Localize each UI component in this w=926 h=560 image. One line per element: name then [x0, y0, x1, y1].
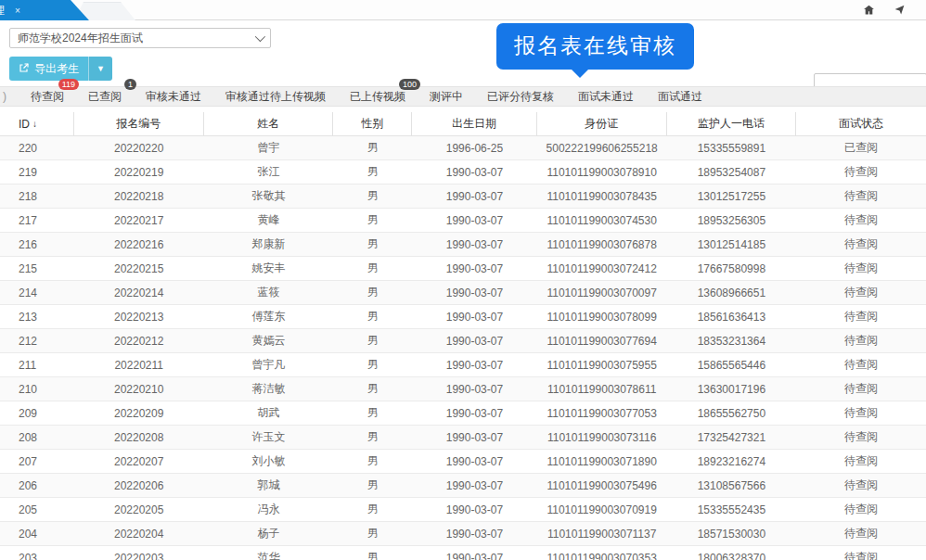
- cell-报名编号: 20220210: [74, 377, 204, 401]
- table-row[interactable]: 21420220214蓝筱男1990-03-071101011990030700…: [0, 281, 926, 305]
- exam-select-value: 师范学校2024年招生面试: [18, 31, 143, 46]
- cell-面试状态: 待查阅: [796, 546, 926, 560]
- cell-身份证: 110101199003070353: [537, 546, 667, 560]
- cell-ID: 216: [0, 233, 74, 256]
- cell-姓名: 蒋洁敏: [204, 377, 334, 401]
- cell-监护人一电话: 18353231364: [667, 329, 797, 352]
- cell-姓名: 胡武: [204, 401, 334, 425]
- table-row[interactable]: 21320220213傅莲东男1990-03-07110101199003078…: [0, 305, 926, 329]
- cell-监护人一电话: 13012517255: [667, 185, 797, 208]
- cell-ID: 215: [0, 257, 74, 280]
- table-row[interactable]: 22020220220曾宇男1996-06-255002221996062552…: [0, 136, 926, 160]
- status-tab-reviewed[interactable]: 已查阅1: [88, 89, 122, 105]
- app-window: 理 × 师范学校2024年招生面试: [0, 0, 926, 560]
- column-header-2[interactable]: 姓名: [204, 112, 334, 135]
- cell-姓名: 郭城: [204, 474, 334, 497]
- cell-报名编号: 20220207: [74, 450, 204, 473]
- status-tab-approved-await-video[interactable]: 审核通过待上传视频: [225, 89, 326, 105]
- cell-报名编号: 20220218: [74, 185, 204, 208]
- active-window-tab[interactable]: 理 ×: [0, 0, 89, 20]
- home-icon[interactable]: [863, 4, 875, 16]
- cell-ID: 206: [0, 474, 74, 497]
- cell-监护人一电话: 18006328370: [667, 546, 797, 560]
- export-candidates-button[interactable]: 导出考生 ▼: [9, 57, 112, 81]
- table-row[interactable]: 21620220216郑康新男1990-03-07110101199003076…: [0, 233, 926, 257]
- sort-desc-icon[interactable]: ↓: [32, 119, 37, 129]
- exam-select[interactable]: 师范学校2024年招生面试: [9, 28, 271, 48]
- status-tab-interview-failed[interactable]: 面试未通过: [578, 89, 634, 105]
- close-icon[interactable]: ×: [15, 6, 20, 16]
- table-row[interactable]: 21120220211曾宇凡男1990-03-07110101199003075…: [0, 353, 926, 377]
- cell-出生日期: 1990-03-07: [412, 257, 537, 280]
- table-row[interactable]: 21220220212黄嫣云男1990-03-07110101199003077…: [0, 329, 926, 353]
- status-tab-pending-review[interactable]: 待查阅119: [31, 89, 64, 105]
- caret-down-icon[interactable]: ▼: [88, 57, 112, 81]
- cell-性别: 男: [333, 305, 412, 328]
- cell-监护人一电话: 18561636413: [667, 305, 797, 328]
- cell-性别: 男: [333, 281, 412, 304]
- cell-报名编号: 20220220: [74, 136, 204, 159]
- table-row[interactable]: 21920220219张江男1990-03-071101011990030789…: [0, 160, 926, 185]
- column-header-1[interactable]: 报名编号: [74, 112, 204, 135]
- cell-面试状态: 待查阅: [796, 377, 926, 401]
- status-tab-video-uploaded[interactable]: 已上传视频100: [350, 89, 405, 105]
- cell-姓名: 蓝筱: [204, 281, 334, 304]
- cell-面试状态: 待查阅: [796, 474, 926, 497]
- column-header-4[interactable]: 出生日期: [412, 112, 537, 135]
- cell-监护人一电话: 15335559891: [667, 136, 797, 159]
- cell-身份证: 110101199003072412: [537, 257, 667, 280]
- cell-监护人一电话: 18953254087: [667, 160, 797, 184]
- cell-面试状态: 待查阅: [796, 329, 926, 352]
- cell-面试状态: 已查阅: [796, 136, 926, 159]
- cell-面试状态: 待查阅: [796, 522, 926, 545]
- status-tab-scored-await-recheck[interactable]: 已评分待复核: [487, 89, 554, 105]
- table-row[interactable]: 21820220218张敬其男1990-03-07110101199003078…: [0, 185, 926, 209]
- cell-报名编号: 20220216: [74, 233, 204, 256]
- cell-监护人一电话: 17667580998: [667, 257, 797, 280]
- cell-报名编号: 20220211: [74, 353, 204, 376]
- status-tab-interview-passed[interactable]: 面试通过: [658, 89, 702, 105]
- cell-姓名: 范华: [204, 546, 334, 560]
- cell-姓名: 姚安丰: [204, 257, 334, 280]
- send-icon[interactable]: [894, 4, 906, 16]
- column-header-3[interactable]: 性别: [333, 112, 412, 135]
- table-row[interactable]: 21520220215姚安丰男1990-03-07110101199003072…: [0, 257, 926, 281]
- column-header-0[interactable]: ID↓: [0, 112, 74, 135]
- cell-报名编号: 20220205: [74, 498, 204, 521]
- cell-出生日期: 1990-03-07: [412, 401, 537, 425]
- cell-出生日期: 1990-03-07: [412, 474, 537, 497]
- column-header-6[interactable]: 监护人一电话: [667, 112, 797, 135]
- cell-报名编号: 20220203: [74, 546, 204, 560]
- table-row[interactable]: 20820220208许玉文男1990-03-07110101199003073…: [0, 426, 926, 450]
- table-row[interactable]: 20620220206郭城男1990-03-071101011990030754…: [0, 474, 926, 498]
- table-row[interactable]: 20920220209胡武男1990-03-071101011990030770…: [0, 401, 926, 426]
- cell-监护人一电话: 18571530030: [667, 522, 797, 545]
- chevron-down-icon: [255, 32, 265, 42]
- table-row[interactable]: 20420220204杨子男1990-03-071101011990030711…: [0, 522, 926, 546]
- cell-报名编号: 20220215: [74, 257, 204, 280]
- cell-报名编号: 20220214: [74, 281, 204, 304]
- cell-ID: 218: [0, 185, 74, 208]
- table-body: 22020220220曾宇男1996-06-255002221996062552…: [0, 136, 926, 560]
- cell-报名编号: 20220217: [74, 209, 204, 232]
- column-header-5[interactable]: 身份证: [537, 112, 667, 135]
- column-header-7[interactable]: 面试状态: [796, 112, 926, 135]
- callout-bubble: 报名表在线审核: [496, 23, 694, 70]
- table-row[interactable]: 21720220217黄峰男1990-03-071101011990030745…: [0, 209, 926, 233]
- table-row[interactable]: 20720220207刘小敏男1990-03-07110101199003071…: [0, 450, 926, 474]
- status-tab-in-assessment[interactable]: 测评中: [430, 89, 463, 105]
- cell-面试状态: 待查阅: [796, 185, 926, 208]
- cell-监护人一电话: 18953256305: [667, 209, 797, 232]
- candidates-table: ID↓报名编号姓名性别出生日期身份证监护人一电话面试状态 22020220220…: [0, 112, 926, 560]
- cell-ID: 203: [0, 546, 74, 560]
- table-row[interactable]: 21020220210蒋洁敏男1990-03-07110101199003078…: [0, 377, 926, 401]
- tabs-overflow-indicator: ): [3, 90, 6, 103]
- cell-监护人一电话: 18655562750: [667, 401, 797, 425]
- cell-性别: 男: [333, 353, 412, 376]
- table-row[interactable]: 20520220205冯永男1990-03-071101011990030709…: [0, 498, 926, 522]
- status-tab-review-failed[interactable]: 审核未通过: [146, 89, 201, 105]
- cell-姓名: 傅莲东: [204, 305, 334, 328]
- cell-姓名: 黄嫣云: [204, 329, 334, 352]
- cell-监护人一电话: 13630017196: [667, 377, 797, 401]
- table-row[interactable]: 20320220203范华男1990-03-071101011990030703…: [0, 546, 926, 560]
